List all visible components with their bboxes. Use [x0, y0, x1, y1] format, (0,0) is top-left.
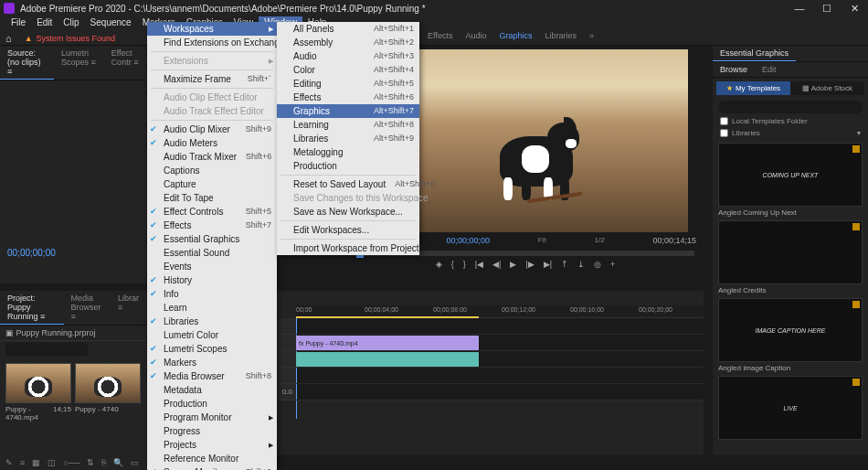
project-search-input[interactable] — [5, 343, 88, 356]
project-clip[interactable]: Puppy - 4740.mp414;15 — [5, 363, 71, 422]
menu-item-edit-to-tape[interactable]: Edit To Tape — [147, 191, 277, 205]
local-templates-checkbox[interactable]: Local Templates Folder — [713, 115, 868, 127]
eg-template-item[interactable]: IMAGE CAPTION HEREAngled Image Caption — [718, 298, 863, 372]
project-tab[interactable]: Media Browser ≡ — [64, 291, 111, 325]
timeline-ruler[interactable]: 00;0000;00;04;0000;00;08;0000;00;12;0000… — [296, 305, 704, 318]
source-tab[interactable]: Source: (no clips) ≡ — [0, 46, 54, 80]
project-bin-row[interactable]: ▣ Puppy Running.prproj — [0, 326, 146, 341]
workspace-tab-effects[interactable]: Effects — [428, 31, 452, 40]
adobe-stock-button[interactable]: ▦ Adobe Stock — [790, 81, 864, 95]
minimize-button[interactable]: — — [786, 0, 813, 16]
menu-item-color[interactable]: ColorAlt+Shift+4 — [277, 63, 419, 77]
menu-item-reset-to-saved-layout[interactable]: Reset to Saved LayoutAlt+Shift+0 — [277, 177, 419, 191]
menu-item-source-monitor[interactable]: ✔Source MonitorShift+2 — [147, 465, 277, 470]
new-item-icon[interactable]: ✎ — [5, 458, 13, 467]
home-icon[interactable]: ⌂ — [5, 33, 12, 44]
menu-item-audio[interactable]: AudioAlt+Shift+3 — [277, 49, 419, 63]
automate-icon[interactable]: ⎘ — [101, 458, 106, 467]
menu-item-lumetri-scopes[interactable]: ✔Lumetri Scopes — [147, 342, 277, 356]
export-frame-icon[interactable]: ◎ — [594, 260, 601, 269]
menu-item-save-as-new-workspace-[interactable]: Save as New Workspace... — [277, 205, 419, 219]
menu-item-events[interactable]: Events — [147, 260, 277, 273]
maximize-button[interactable]: ☐ — [813, 0, 841, 16]
eg-template-item[interactable]: Angled Credits — [718, 220, 863, 294]
menu-item-libraries[interactable]: LibrariesAlt+Shift+9 — [277, 132, 419, 145]
menu-item-all-panels[interactable]: All PanelsAlt+Shift+1 — [277, 22, 419, 36]
sort-icon[interactable]: ⇅ — [87, 458, 94, 467]
menu-item-projects[interactable]: Projects▶ — [147, 438, 277, 452]
step-forward-icon[interactable]: |▶ — [525, 260, 534, 269]
menu-item-maximize-frame[interactable]: Maximize FrameShift+` — [147, 72, 277, 86]
menu-sequence[interactable]: Sequence — [85, 16, 137, 31]
zoom-slider[interactable]: ○── — [63, 458, 79, 467]
menu-item-effects[interactable]: ✔EffectsShift+7 — [147, 219, 277, 232]
menu-item-edit-workspaces-[interactable]: Edit Workspaces... — [277, 223, 419, 237]
close-button[interactable]: ✕ — [841, 0, 868, 16]
extract-icon[interactable]: ⤓ — [577, 260, 585, 269]
menu-item-program-monitor[interactable]: Program Monitor▶ — [147, 411, 277, 424]
menu-item-essential-sound[interactable]: Essential Sound — [147, 246, 277, 260]
menu-item-workspaces[interactable]: Workspaces▶ — [147, 22, 277, 36]
menu-file[interactable]: File — [5, 16, 31, 31]
lane-a1[interactable] — [296, 351, 704, 368]
video-clip[interactable]: fx Puppy - 4740.mp4 — [296, 336, 479, 350]
menu-item-lumetri-color[interactable]: Lumetri Color — [147, 328, 277, 342]
my-templates-button[interactable]: ★My Templates — [716, 81, 790, 95]
menu-item-editing[interactable]: EditingAlt+Shift+5 — [277, 77, 419, 91]
menu-edit[interactable]: Edit — [31, 16, 58, 31]
menu-item-history[interactable]: ✔History — [147, 273, 277, 287]
project-tab[interactable]: Librar ≡ — [111, 291, 146, 325]
menu-item-capture[interactable]: Capture — [147, 177, 277, 191]
menu-item-libraries[interactable]: ✔Libraries — [147, 315, 277, 328]
lane-master[interactable] — [296, 384, 704, 401]
menu-item-production[interactable]: Production — [277, 159, 419, 173]
workspace-overflow-icon[interactable]: » — [589, 31, 594, 40]
workspace-tab-audio[interactable]: Audio — [465, 31, 486, 40]
mark-out-icon[interactable]: } — [463, 260, 466, 269]
menu-item-metadata[interactable]: Metadata — [147, 383, 277, 397]
menu-item-assembly[interactable]: AssemblyAlt+Shift+2 — [277, 36, 419, 49]
menu-item-effect-controls[interactable]: ✔Effect ControlsShift+5 — [147, 205, 277, 219]
list-view-icon[interactable]: ≡ — [20, 458, 25, 467]
mark-in-icon[interactable]: { — [451, 260, 454, 269]
eg-subtab-edit[interactable]: Edit — [755, 62, 784, 77]
freeform-view-icon[interactable]: ◫ — [48, 458, 56, 467]
menu-item-info[interactable]: ✔Info — [147, 287, 277, 301]
libraries-checkbox[interactable]: Libraries▾ — [713, 127, 868, 139]
track-area[interactable]: fx Puppy - 4740.mp4 — [296, 318, 704, 401]
menu-item-essential-graphics[interactable]: ✔Essential Graphics — [147, 232, 277, 246]
goto-in-icon[interactable]: |◀ — [475, 260, 483, 269]
add-marker-icon[interactable]: ◈ — [436, 260, 442, 269]
lane-v1[interactable]: fx Puppy - 4740.mp4 — [296, 335, 704, 351]
resolution-dropdown[interactable]: 1/2 — [594, 236, 604, 245]
menu-item-learning[interactable]: LearningAlt+Shift+8 — [277, 118, 419, 132]
menu-item-reference-monitor[interactable]: Reference Monitor — [147, 452, 277, 465]
workspace-tab-libraries[interactable]: Libraries — [545, 31, 577, 40]
menu-item-audio-meters[interactable]: ✔Audio Meters — [147, 136, 277, 150]
play-icon[interactable]: ▶ — [510, 260, 516, 269]
settings-icon[interactable]: + — [610, 260, 615, 269]
eg-search-input[interactable] — [718, 101, 863, 113]
source-tab[interactable]: Effect Contr ≡ — [104, 46, 146, 80]
lane-v2[interactable] — [296, 318, 704, 335]
find-icon[interactable]: 🔍 — [113, 458, 123, 467]
eg-template-item[interactable]: LIVE — [718, 376, 863, 442]
menu-item-metalogging[interactable]: Metalogging — [277, 145, 419, 159]
menu-item-audio-clip-mixer[interactable]: ✔Audio Clip MixerShift+9 — [147, 123, 277, 136]
menu-clip[interactable]: Clip — [58, 16, 84, 31]
goto-out-icon[interactable]: ▶| — [544, 260, 552, 269]
workspace-tab-graphics[interactable]: Graphics — [499, 31, 532, 40]
menu-item-graphics[interactable]: GraphicsAlt+Shift+7 — [277, 104, 419, 118]
menu-item-progress[interactable]: Progress — [147, 424, 277, 438]
menu-item-effects[interactable]: EffectsAlt+Shift+6 — [277, 91, 419, 104]
menu-item-audio-track-mixer[interactable]: Audio Track MixerShift+6 — [147, 150, 277, 164]
icon-view-icon[interactable]: ▦ — [32, 458, 40, 467]
system-warning[interactable]: ▲ System Issues Found — [25, 34, 115, 43]
audio-clip[interactable] — [296, 352, 479, 367]
menu-item-captions[interactable]: Captions — [147, 164, 277, 177]
source-tab[interactable]: Lumetri Scopes ≡ — [54, 46, 104, 80]
lane-a2[interactable] — [296, 368, 704, 384]
project-clip[interactable]: Puppy - 4740 — [75, 363, 141, 422]
menu-item-media-browser[interactable]: ✔Media BrowserShift+8 — [147, 369, 277, 383]
menu-item-learn[interactable]: Learn — [147, 301, 277, 315]
